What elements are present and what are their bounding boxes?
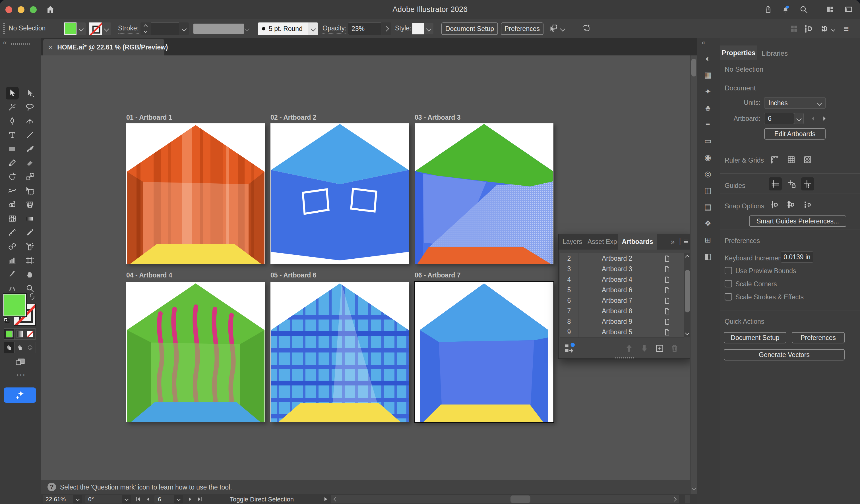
- artboard-row-3[interactable]: 3Artboard 3: [560, 264, 684, 275]
- tab-properties[interactable]: Properties: [720, 45, 757, 60]
- style-swatch[interactable]: [412, 23, 424, 34]
- stroke-weight-dropdown[interactable]: [179, 23, 189, 35]
- snap-to-grid-icon[interactable]: [787, 200, 796, 209]
- artboard-row-4[interactable]: 4Artboard 4: [560, 274, 684, 285]
- fill-color-swatch[interactable]: [64, 23, 76, 35]
- tool-eyedropper[interactable]: [23, 226, 37, 239]
- scrollbar-thumb[interactable]: [685, 270, 690, 312]
- swap-fill-stroke-icon[interactable]: [28, 293, 36, 300]
- artboard-page-icon[interactable]: [664, 308, 670, 315]
- tools-grip[interactable]: [11, 43, 31, 45]
- panel-icon-symbols[interactable]: ♣: [697, 102, 719, 114]
- panel-icon-stroke[interactable]: ≡: [697, 118, 719, 131]
- tool-perspective-grid[interactable]: [23, 198, 37, 211]
- ruler-icon[interactable]: [770, 155, 779, 164]
- tab-layers[interactable]: Layers: [562, 238, 582, 246]
- apply-color-button[interactable]: [4, 328, 14, 340]
- show-guides-button[interactable]: [769, 177, 782, 191]
- snap-options-magnet-icon[interactable]: [821, 24, 830, 33]
- artboard-label-6[interactable]: 06 - Artboard 7: [415, 271, 460, 279]
- stroke-color-dropdown[interactable]: [102, 23, 111, 35]
- tool-join[interactable]: [6, 282, 19, 295]
- artboard-page-icon[interactable]: [664, 276, 670, 283]
- opacity-field[interactable]: 23%: [348, 23, 382, 35]
- question-mark-icon[interactable]: ?: [47, 483, 56, 491]
- rotation-dropdown[interactable]: [122, 495, 131, 503]
- panel-icon-gradient[interactable]: ◉: [697, 151, 719, 164]
- artboard-row-6[interactable]: 6Artboard 7: [560, 295, 684, 306]
- fill-color-dropdown[interactable]: [76, 23, 86, 35]
- tool-width[interactable]: [6, 184, 19, 197]
- panel-icon-asset-export[interactable]: ⊞: [697, 234, 719, 246]
- snap-options-dropdown[interactable]: [832, 27, 835, 32]
- panel-toggle-icon[interactable]: [844, 5, 853, 14]
- tool-shaper[interactable]: [6, 157, 19, 169]
- tool-lasso[interactable]: [23, 101, 37, 114]
- prev-artboard-nav-icon[interactable]: [145, 496, 151, 502]
- transparency-grid-icon[interactable]: [803, 155, 812, 164]
- tool-direct-selection[interactable]: [23, 87, 37, 100]
- tool-column-graph[interactable]: [6, 254, 19, 267]
- smart-guides-preferences-button[interactable]: Smart Guides Preferences...: [749, 216, 846, 227]
- share-icon[interactable]: [764, 5, 773, 14]
- canvas-hscrollbar[interactable]: [331, 495, 679, 503]
- fill-swatch-indicator[interactable]: [3, 294, 26, 316]
- draw-normal-button[interactable]: [4, 342, 14, 353]
- scale-corners-checkbox[interactable]: [725, 280, 732, 287]
- panel-icon-layers[interactable]: ❖: [697, 217, 719, 230]
- artboard-row-9[interactable]: 9Artboard 5: [560, 327, 684, 338]
- next-artboard-icon[interactable]: [821, 115, 828, 122]
- opacity-label[interactable]: Opacity:: [322, 25, 346, 33]
- keyboard-increment-field[interactable]: 0.0139 in: [781, 251, 813, 263]
- selection-options-icon[interactable]: [549, 24, 558, 33]
- variable-width-profile[interactable]: [194, 24, 244, 34]
- scale-strokes-effects-checkbox[interactable]: [725, 293, 732, 300]
- first-artboard-icon[interactable]: [135, 496, 141, 502]
- panel-icon-libraries[interactable]: ◧: [697, 250, 719, 263]
- tool-mesh[interactable]: [6, 212, 19, 225]
- screen-mode-icon[interactable]: [15, 357, 26, 368]
- panel-icon-transparency[interactable]: ◎: [697, 168, 719, 180]
- panel-icon-graphic-styles[interactable]: ▤: [697, 201, 719, 213]
- stroke-weight-field[interactable]: [151, 23, 179, 35]
- tool-curvature[interactable]: [23, 115, 37, 127]
- document-setup-button[interactable]: Document Setup: [441, 23, 498, 35]
- canvas-vscrollbar[interactable]: [690, 56, 697, 494]
- style-dropdown[interactable]: [424, 23, 433, 34]
- tab-asset-export[interactable]: Asset Expo: [588, 238, 617, 246]
- snap-to-pixel-icon[interactable]: [803, 200, 812, 209]
- panel-icon-swatches[interactable]: ▦: [697, 69, 719, 81]
- tool-artboard[interactable]: [23, 254, 37, 267]
- artboards-scrollbar[interactable]: [684, 253, 691, 338]
- artboard-page-icon[interactable]: [664, 318, 670, 325]
- smart-guides-button[interactable]: [801, 177, 814, 191]
- status-toggle-label[interactable]: Toggle Direct Selection: [230, 496, 294, 503]
- artboard-label-2[interactable]: 02 - Artboard 2: [270, 114, 316, 121]
- last-artboard-icon[interactable]: [197, 496, 203, 502]
- artboard-nav-field[interactable]: 6: [154, 495, 174, 503]
- units-select[interactable]: Inches: [764, 97, 826, 108]
- tool-eraser[interactable]: [23, 157, 37, 169]
- artboard-page-icon[interactable]: [664, 255, 670, 262]
- artboard-number-field[interactable]: 6: [764, 113, 794, 124]
- use-preview-bounds-checkbox[interactable]: [725, 267, 732, 274]
- artboard-label-4[interactable]: 04 - Artboard 4: [126, 271, 172, 279]
- draw-behind-button[interactable]: [14, 342, 25, 353]
- brush-definition-select[interactable]: 5 pt. Round: [258, 23, 312, 35]
- rotation-select[interactable]: 0°: [85, 495, 122, 503]
- more-tools-icon[interactable]: …: [16, 367, 26, 378]
- tool-type[interactable]: [6, 129, 19, 141]
- tool-paintbrush[interactable]: [23, 143, 37, 155]
- qa-document-setup-button[interactable]: Document Setup: [724, 332, 786, 343]
- preferences-button[interactable]: Preferences: [501, 23, 543, 35]
- panel-icon-color[interactable]: ◐: [697, 52, 719, 65]
- collapse-rail-icon[interactable]: «: [702, 39, 705, 47]
- apply-gradient-button[interactable]: [14, 328, 25, 340]
- tool-rectangle[interactable]: [6, 143, 19, 155]
- width-profile-dropdown[interactable]: [245, 27, 249, 32]
- artboard-page-icon[interactable]: [664, 297, 670, 305]
- default-fill-stroke-icon[interactable]: [3, 316, 10, 324]
- zoom-level-select[interactable]: 22.61%: [43, 495, 73, 503]
- artboard-row-5[interactable]: 5Artboard 6: [560, 285, 684, 296]
- panel-expand-icon[interactable]: »: [671, 237, 675, 246]
